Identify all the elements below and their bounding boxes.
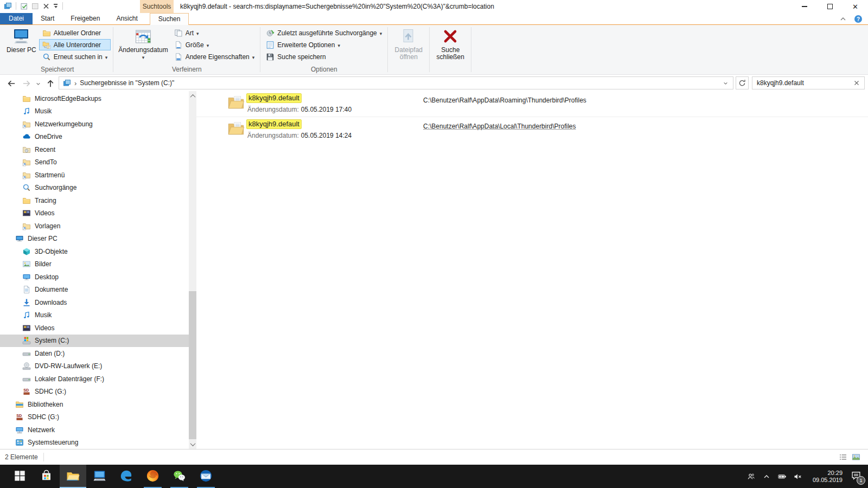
taskbar-start[interactable]: [7, 465, 33, 488]
tab-freigeben[interactable]: Freigeben: [62, 13, 108, 24]
volume-muted-icon[interactable]: [792, 472, 804, 481]
forward-button[interactable]: [22, 79, 31, 88]
kind-button[interactable]: Art: [171, 27, 258, 38]
thumbnails-view-icon[interactable]: [852, 453, 860, 461]
sidebar-item-3d-objekte[interactable]: 3D-Objekte: [0, 245, 189, 258]
sidebar-item-netzwerk[interactable]: Netzwerk: [0, 423, 189, 436]
show-hidden-icons[interactable]: [761, 472, 773, 481]
tab-ansicht[interactable]: Ansicht: [108, 13, 145, 24]
taskbar-firefox[interactable]: [139, 465, 166, 488]
sidebar-item-sdhc-g[interactable]: SD SDHC (G:): [0, 386, 189, 399]
search-again-in-button[interactable]: Erneut suchen in: [39, 51, 111, 62]
sidebar-item-sendto[interactable]: SendTo: [0, 156, 189, 169]
sidebar-item-bilder[interactable]: Bilder: [0, 258, 189, 271]
sidebar-item-dieser-pc[interactable]: Dieser PC: [0, 233, 189, 246]
sidebar-item-startmen[interactable]: Startmenü: [0, 169, 189, 182]
sidebar-item-videos[interactable]: Videos: [0, 322, 189, 335]
close-search-button[interactable]: Suche schließen: [432, 27, 469, 63]
sidebar-item-dokumente[interactable]: Dokumente: [0, 284, 189, 297]
action-center-button[interactable]: 1: [848, 470, 864, 484]
sidebar-scrollbar[interactable]: [189, 91, 196, 449]
tab-datei[interactable]: Datei: [0, 13, 33, 24]
taskbar-wechat[interactable]: [166, 465, 193, 488]
restore-button[interactable]: [817, 0, 843, 13]
contextual-tab-header: Suchtools: [140, 0, 174, 13]
sidebar-item-system-c[interactable]: System (C:): [0, 335, 189, 348]
k8kyqjh9.default[interactable]: k8kyqjh9.default Änderungsdatum:05.05.20…: [196, 117, 868, 143]
people-icon[interactable]: [745, 472, 757, 481]
collapse-ribbon-icon[interactable]: [839, 15, 847, 23]
customize-toolbar-icon[interactable]: [53, 3, 59, 9]
breadcrumb[interactable]: Suchergebnisse in "System (C:)": [80, 79, 174, 87]
sidebar-item-suchvorg-nge[interactable]: Suchvorgänge: [0, 182, 189, 195]
search-input[interactable]: [752, 79, 852, 87]
battery-icon[interactable]: [776, 472, 788, 481]
minimize-button[interactable]: [792, 0, 817, 13]
scrollbar-thumb[interactable]: [189, 291, 196, 439]
size-button[interactable]: Größe: [171, 39, 258, 50]
music-icon: [22, 311, 31, 319]
sidebar-item-musik[interactable]: Musik: [0, 309, 189, 322]
sidebar-item-musik[interactable]: Musik: [0, 105, 189, 118]
address-dropdown-icon[interactable]: [721, 79, 730, 87]
sidebar-item-recent[interactable]: Recent: [0, 143, 189, 156]
result-name[interactable]: k8kyqjh9.default: [246, 119, 302, 129]
sidebar-item-bibliotheken[interactable]: Bibliotheken: [0, 398, 189, 411]
up-button[interactable]: [46, 79, 55, 88]
sidebar-item-vorlagen[interactable]: Vorlagen: [0, 220, 189, 233]
sidebar-item-videos[interactable]: Videos: [0, 207, 189, 220]
document-icon: [22, 285, 31, 294]
taskbar-clock[interactable]: 20:29 09.05.2019: [808, 470, 843, 484]
result-name[interactable]: k8kyqjh9.default: [246, 93, 302, 103]
all-subfolders-button[interactable]: Alle Unterordner: [39, 39, 111, 50]
tab-start[interactable]: Start: [33, 13, 62, 24]
sidebar-item-sdhc-g[interactable]: SD SDHC (G:): [0, 411, 189, 424]
properties-icon[interactable]: [20, 2, 29, 10]
scroll-down-icon[interactable]: [189, 440, 196, 448]
taskbar-thunderbird[interactable]: [193, 465, 219, 488]
taskbar-explorer[interactable]: [60, 465, 86, 488]
new-folder-icon[interactable]: [31, 2, 40, 10]
refresh-button[interactable]: [736, 76, 749, 89]
desktop-icon: [22, 273, 31, 281]
folder-icon: [22, 94, 31, 103]
other-properties-button[interactable]: Andere Eigenschaften: [171, 51, 258, 62]
save-search-button[interactable]: Suche speichern: [263, 51, 385, 62]
back-button[interactable]: [7, 79, 16, 88]
taskbar-desktop[interactable]: [86, 465, 113, 488]
recent-locations-icon[interactable]: [35, 80, 42, 87]
help-icon[interactable]: ?: [854, 15, 863, 23]
recent-searches-button[interactable]: Zuletzt ausgeführte Suchvorgänge: [263, 27, 385, 38]
taskbar-store[interactable]: [33, 465, 60, 488]
details-view-icon[interactable]: [839, 453, 847, 461]
sidebar-item-microsoftedgebackups[interactable]: MicrosoftEdgeBackups: [0, 92, 189, 105]
sidebar-item-netzwerkumgebung[interactable]: Netzwerkumgebung: [0, 118, 189, 131]
delete-icon[interactable]: [42, 2, 50, 10]
k8kyqjh9.default[interactable]: k8kyqjh9.default Änderungsdatum:05.05.20…: [196, 91, 868, 117]
sidebar-item-dvd-rw-laufwerk-e[interactable]: DVD-RW-Laufwerk (E:): [0, 360, 189, 373]
folder-link-icon: [22, 171, 31, 179]
window-title: k8kyqjh9.default - search-ms:displayname…: [180, 0, 494, 13]
clear-search-icon[interactable]: [852, 79, 864, 87]
sidebar-item-desktop[interactable]: Desktop: [0, 271, 189, 284]
this-pc-button[interactable]: Dieser PC: [4, 27, 39, 63]
sidebar-item-lokaler-datentr-ger-f[interactable]: Lokaler Datenträger (F:): [0, 373, 189, 386]
sd-icon: SD: [15, 413, 24, 421]
current-folder-button[interactable]: Aktueller Ordner: [39, 27, 111, 38]
drive-icon: [22, 349, 31, 358]
search-box[interactable]: [752, 76, 865, 89]
advanced-options-button[interactable]: Erweiterte Optionen: [263, 39, 385, 50]
address-bar[interactable]: Suchergebnisse in "System (C:)": [59, 76, 733, 89]
onedrive-icon: [22, 132, 31, 141]
tab-suchen[interactable]: Suchen: [150, 13, 189, 25]
sidebar-item-systemsteuerung[interactable]: Systemsteuerung: [0, 436, 189, 450]
sidebar-item-tracing[interactable]: Tracing: [0, 194, 189, 207]
sidebar-item-downloads[interactable]: Downloads: [0, 296, 189, 309]
video-icon: [22, 324, 31, 332]
taskbar-edge[interactable]: [113, 465, 139, 488]
scroll-up-icon[interactable]: [189, 92, 196, 100]
date-modified-button[interactable]: Änderungsdatum: [116, 27, 170, 63]
sidebar-item-daten-d[interactable]: Daten (D:): [0, 347, 189, 360]
close-button[interactable]: [843, 0, 868, 13]
sidebar-item-onedrive[interactable]: OneDrive: [0, 131, 189, 144]
